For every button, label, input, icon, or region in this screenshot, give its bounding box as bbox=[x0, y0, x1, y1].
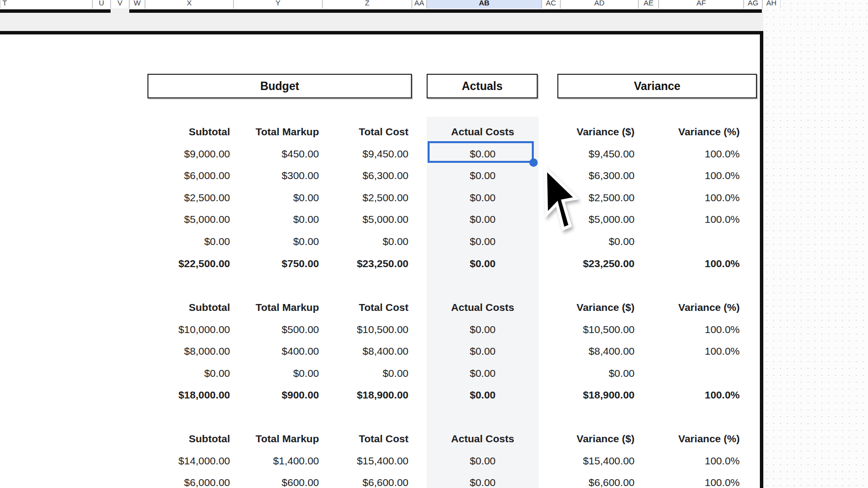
data-cell[interactable]: 100.0% bbox=[602, 187, 740, 209]
column-label-cell[interactable]: Total Cost bbox=[271, 428, 408, 450]
spreadsheet-window: TUVWXYZAAABACADAEAFAGAH Budget Actuals V… bbox=[0, 0, 868, 488]
page-break-line-right bbox=[129, 9, 762, 13]
total-cell[interactable]: $18,900.00 bbox=[271, 384, 408, 406]
column-header-Z[interactable]: Z bbox=[322, 0, 412, 8]
data-cell[interactable]: $9,450.00 bbox=[271, 143, 408, 165]
section-header-variance[interactable]: Variance bbox=[557, 74, 757, 98]
column-label-cell[interactable]: Variance (%) bbox=[602, 121, 740, 143]
data-cell[interactable]: 100.0% bbox=[602, 340, 740, 362]
column-header-label: AF bbox=[659, 0, 743, 7]
column-header-label: Z bbox=[323, 0, 411, 7]
pagebreak-background-top bbox=[781, 0, 868, 31]
pagebreak-background bbox=[763, 0, 868, 488]
column-header-label: AE bbox=[639, 0, 658, 7]
data-cell[interactable]: 100.0% bbox=[602, 165, 740, 186]
column-header-AB[interactable]: AB bbox=[427, 0, 542, 8]
column-header-label: AG bbox=[744, 0, 762, 7]
section-header-budget[interactable]: Budget bbox=[147, 74, 412, 98]
column-header-label: AC bbox=[542, 0, 560, 7]
column-header-label: T bbox=[2, 0, 92, 7]
data-cell[interactable]: $5,000.00 bbox=[271, 209, 408, 230]
page-break-line-left bbox=[0, 9, 111, 13]
column-header-AG[interactable]: AG bbox=[744, 0, 762, 8]
column-header-label: U bbox=[93, 0, 110, 7]
data-cell[interactable]: 100.0% bbox=[602, 450, 740, 472]
data-cell[interactable]: 100.0% bbox=[602, 143, 740, 165]
column-header-label: V bbox=[111, 0, 129, 7]
column-header-AC[interactable]: AC bbox=[542, 0, 560, 8]
total-cell[interactable]: 100.0% bbox=[602, 253, 740, 274]
column-header-V[interactable]: V bbox=[111, 0, 129, 8]
column-header-AE[interactable]: AE bbox=[638, 0, 659, 8]
data-cell[interactable]: $0.00 bbox=[271, 231, 408, 252]
column-header-label: Y bbox=[234, 0, 322, 7]
column-header-W[interactable]: W bbox=[129, 0, 145, 8]
total-cell[interactable]: $23,250.00 bbox=[271, 253, 408, 274]
data-cell[interactable]: $10,500.00 bbox=[271, 319, 408, 340]
column-header-label: X bbox=[145, 0, 233, 7]
column-header-X[interactable]: X bbox=[145, 0, 233, 8]
active-cell-selection[interactable] bbox=[428, 141, 534, 163]
column-label-cell[interactable]: Variance (%) bbox=[602, 297, 740, 318]
total-cell[interactable]: 100.0% bbox=[602, 384, 740, 406]
data-cell[interactable]: 100.0% bbox=[602, 209, 740, 230]
column-header-label: W bbox=[130, 0, 145, 7]
print-page-top-border bbox=[0, 31, 763, 34]
data-cell[interactable]: $0.00 bbox=[497, 363, 635, 384]
data-cell[interactable]: $0.00 bbox=[271, 363, 408, 384]
column-header-AH[interactable]: AH bbox=[762, 0, 781, 8]
fill-handle[interactable] bbox=[529, 158, 538, 167]
print-page-right-border bbox=[760, 31, 763, 488]
data-cell[interactable]: 100.0% bbox=[602, 472, 740, 488]
column-header-label: AD bbox=[561, 0, 638, 7]
column-label-cell[interactable]: Total Cost bbox=[271, 121, 408, 143]
data-cell[interactable]: $2,500.00 bbox=[271, 187, 408, 209]
column-header-AD[interactable]: AD bbox=[560, 0, 638, 8]
column-header-AF[interactable]: AF bbox=[659, 0, 744, 8]
data-cell[interactable]: $8,400.00 bbox=[271, 340, 408, 362]
column-header-AA[interactable]: AA bbox=[412, 0, 427, 8]
column-header-label: AH bbox=[763, 0, 780, 7]
column-header-U[interactable]: U bbox=[92, 0, 111, 8]
column-header-Y[interactable]: Y bbox=[233, 0, 322, 8]
section-header-actuals[interactable]: Actuals bbox=[427, 74, 538, 98]
data-cell[interactable]: $6,600.00 bbox=[271, 472, 408, 488]
column-header-T[interactable]: T bbox=[0, 0, 92, 8]
data-cell[interactable]: $0.00 bbox=[497, 231, 635, 252]
data-cell[interactable]: 100.0% bbox=[602, 319, 740, 340]
column-header-label: AB bbox=[427, 0, 541, 7]
data-cell[interactable]: $15,400.00 bbox=[271, 450, 408, 472]
data-cell[interactable]: $6,300.00 bbox=[271, 165, 408, 186]
column-label-cell[interactable]: Total Cost bbox=[271, 297, 408, 318]
column-label-cell[interactable]: Variance (%) bbox=[602, 428, 740, 450]
column-header-label: AA bbox=[412, 0, 426, 7]
